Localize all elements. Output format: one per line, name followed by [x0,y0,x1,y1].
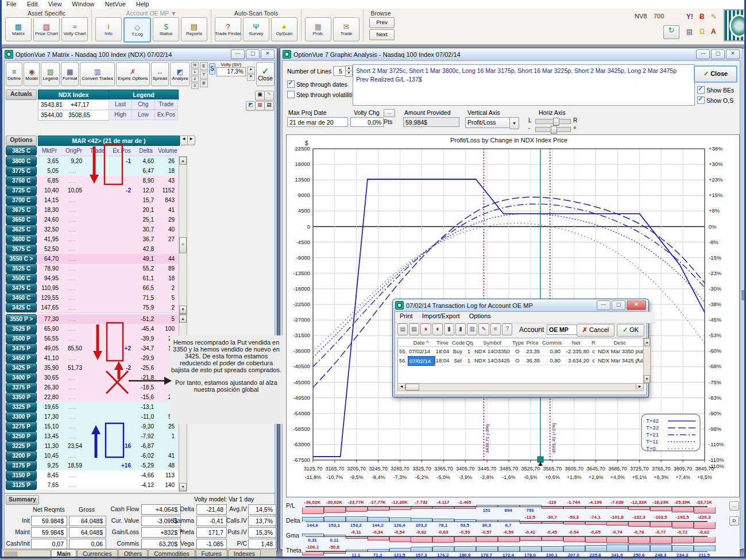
matrix-analyze-icon[interactable]: ▦ [255,101,265,111]
sheet-tab-commodities[interactable]: Commodities [148,549,195,559]
origpr-cell[interactable]: ..... [62,324,86,334]
expos-cell[interactable] [109,383,134,393]
expos-cell[interactable] [109,412,134,422]
expos-cell[interactable] [109,470,134,481]
bookmark-new-icon[interactable]: ▮ [455,323,466,335]
strike-button[interactable]: 3300 P [6,412,37,422]
copy-icon[interactable]: ▥ [467,323,477,335]
menu-file[interactable]: File [6,1,17,9]
spin-down-icon[interactable]: ▼ [247,74,255,81]
origpr-cell[interactable]: ..... [62,166,86,176]
txn-cell[interactable]: 55. [398,347,408,356]
expos-cell[interactable] [109,480,134,491]
delta-cell[interactable]: 49,1 [134,254,157,264]
expos-cell[interactable] [109,283,134,293]
trade-cell[interactable] [86,176,109,186]
txn-cell[interactable]: 1 [465,356,473,365]
legend-button[interactable]: ▧Legend [41,62,60,86]
expos-cell[interactable] [109,334,134,344]
expos-cell[interactable] [109,166,134,176]
strike-button[interactable]: 3225 P [6,441,37,451]
mktpr-cell[interactable]: 11,30 [37,441,62,451]
column-header-trade[interactable]: Trade [86,146,109,156]
cancel-button[interactable]: ✗ Cancel [577,324,614,337]
scroll-thumb[interactable]: ≡ [179,237,187,253]
matrix-close-button[interactable]: ✓Close [256,62,275,86]
yahoo-icon[interactable]: Y! [686,13,693,21]
expos-cell[interactable] [109,195,134,206]
mktpr-cell[interactable]: 129,55 [37,293,62,303]
delta-cell[interactable]: 42,8 [134,244,157,254]
delta-cell[interactable]: 61,1 [134,273,157,284]
mktpr-cell[interactable]: 14,15 [37,195,62,206]
expos-cell[interactable]: -1 [109,156,134,167]
strike-button[interactable]: 3450 C [6,293,37,303]
column-header-delta[interactable]: Delta [134,146,157,156]
trade-cell[interactable] [86,422,109,432]
prev-month-icon[interactable]: ◄ [180,136,188,145]
info-button[interactable]: iInfo [95,17,122,41]
origpr-cell[interactable]: ..... [62,205,86,215]
origpr-cell[interactable]: ..... [62,264,86,274]
m123-button-M[interactable]: M [191,62,199,68]
export-icon[interactable]: ♦ [432,323,443,335]
trade-cell[interactable] [86,205,109,215]
trade-cell[interactable] [86,383,109,393]
strike-button[interactable]: 3425 P [6,363,37,373]
spin-up-icon[interactable]: ▲ [247,67,255,74]
convert-trades-button[interactable]: ▥Convert Trades [80,62,115,86]
volume-cell[interactable] [157,441,178,451]
format-button[interactable]: ▦Format [61,62,79,86]
txn-cell[interactable]: O [511,356,524,365]
prob--button[interactable]: ▦Prob. [305,17,331,41]
delta-cell[interactable]: -51,2 [134,314,157,325]
volty-more-button[interactable]: ... [384,109,395,117]
trade-cell[interactable] [86,156,109,167]
origpr-cell[interactable]: ..... [62,273,86,284]
delta-cell[interactable]: -11,0 [134,412,157,422]
trade-cell[interactable] [86,363,109,373]
model-button[interactable]: ◉Model [24,62,40,86]
mktpr-cell[interactable]: 32,50 [37,225,62,235]
txn-col-commis[interactable]: Commis [541,338,562,347]
scroll-up-icon[interactable]: ▲ [179,157,187,165]
expos-cell[interactable] [109,324,134,334]
price-chart-button[interactable]: ▨Price Chart [33,17,60,41]
horiz-axis-sliders[interactable]: L R - + [528,117,592,133]
txn-titlebar[interactable]: 07/02/14 Transaction Log for Account OE … [393,299,648,311]
strip-button-d[interactable]: D [729,516,739,526]
strike-button[interactable]: 3425 C [6,303,37,312]
m123-button-2[interactable]: 2 [191,76,199,82]
bell-icon[interactable]: Ω [699,28,705,36]
strike-button[interactable]: 3575 C [6,244,37,254]
strike-button[interactable]: 3750 C [6,176,37,186]
matrix-chart-icon[interactable]: ◩ [246,101,256,111]
origpr-cell[interactable]: ..... [62,283,86,293]
delta-cell[interactable]: 36,7 [134,234,157,245]
origpr-cell[interactable]: ..... [62,225,86,235]
txn-col-symbol[interactable]: Symbol [473,338,511,347]
sheet-tab-main[interactable]: Main [51,549,76,559]
trade-cell[interactable] [86,343,109,354]
mktpr-cell[interactable]: 26,30 [37,383,62,393]
txn-col-qty[interactable]: Qty [465,338,473,347]
mktpr-cell[interactable]: 147,65 [37,303,62,313]
origpr-cell[interactable]: 23,54 [62,441,86,451]
expos-cell[interactable] [109,215,134,225]
expos-cell[interactable] [109,353,134,364]
minimize-button[interactable]: — [696,49,710,59]
volume-cell[interactable]: 5 [157,314,178,325]
origpr-cell[interactable]: ..... [62,392,86,403]
expos-cell[interactable]: +2 [109,343,134,354]
strike-button[interactable]: 3625 C [6,225,37,234]
volume-cell[interactable]: 18 [157,166,178,176]
m123-button-3[interactable]: 3 [191,83,199,89]
define-button[interactable]: ≡Define [6,62,22,86]
strike-button[interactable]: 3550 C > [6,254,37,264]
strike-button[interactable]: 3500 P [6,334,37,343]
menu-netvue[interactable]: NetVue [105,1,125,9]
txn-col-idx[interactable] [398,338,408,347]
sheet-tab-others[interactable]: Others [118,549,148,559]
txn-cell[interactable]: c [590,347,597,356]
options-tab[interactable]: Options [6,136,37,146]
